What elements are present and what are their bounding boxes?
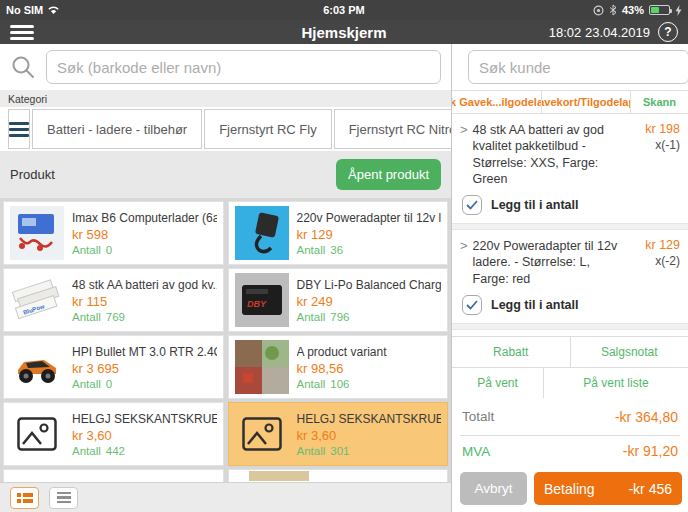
product-card[interactable]: DBY DBY Li-Po Balanced Charge... kr 249 …	[228, 268, 449, 332]
search-icon	[10, 54, 36, 80]
product-stock: 796	[330, 311, 349, 323]
pa-vent-button[interactable]: På vent	[452, 368, 544, 398]
orientation-lock-icon	[593, 5, 604, 16]
category-button[interactable]: Batteri - ladere - tilbehør	[32, 109, 202, 149]
grid-view-button[interactable]	[10, 487, 39, 509]
product-grid: Imax B6 Computerlader (6a... kr 598 Anta…	[0, 198, 451, 482]
payment-button[interactable]: Betaling -kr 456	[534, 472, 682, 505]
tab-skann[interactable]: Skann	[630, 91, 688, 113]
cart-item[interactable]: > 48 stk AA batteri av god kvalitet pakk…	[452, 114, 688, 223]
product-card-selected[interactable]: HELGJ SEKSKANTSKRUEA... kr 3,60 Antall30…	[228, 402, 449, 466]
svg-text:DBY: DBY	[247, 299, 267, 309]
help-icon[interactable]: ?	[658, 22, 678, 42]
product-image	[235, 340, 289, 394]
add-to-quantity-checkbox[interactable]: Legg til i antall	[462, 295, 680, 315]
product-panel: Kategori Batteri - ladere - tilbehør Fje…	[0, 44, 452, 512]
app-screen: No SIM 6:03 PM 43% Hjemskjerm	[0, 0, 688, 512]
product-stock: 0	[106, 378, 112, 390]
product-name: DBY Li-Po Balanced Charge...	[297, 278, 442, 292]
category-menu-icon[interactable]	[8, 109, 30, 149]
product-price: kr 3,60	[72, 428, 217, 443]
pa-vent-liste-button[interactable]: På vent liste	[544, 368, 688, 398]
produkt-section-label: Produkt	[10, 167, 55, 182]
product-card[interactable]: Imax B6 Computerlader (6a... kr 598 Anta…	[3, 201, 224, 265]
bluetooth-icon	[609, 4, 617, 16]
divider	[452, 323, 688, 330]
product-image	[235, 206, 289, 260]
product-card[interactable]: 220v Poweradapter til 12v l... kr 129 An…	[228, 201, 449, 265]
product-name: HELGJ SEKSKANTSKRUEA...	[72, 412, 217, 426]
product-price: kr 129	[297, 227, 442, 242]
product-image	[10, 340, 64, 394]
product-stock: 301	[330, 445, 349, 457]
cancel-button[interactable]: Avbryt	[460, 472, 527, 505]
product-image: BluPow	[10, 273, 64, 327]
chevron-right-icon[interactable]: >	[460, 238, 468, 287]
battery-icon	[649, 5, 670, 15]
product-image: DBY	[235, 273, 289, 327]
product-name: 48 stk AA batteri av god kv...	[72, 278, 217, 292]
payment-label: Betaling	[544, 481, 595, 497]
total-value: -kr 364,80	[615, 409, 678, 425]
product-price: kr 249	[297, 294, 442, 309]
cart-item-price: kr 129	[628, 238, 680, 252]
product-stock: 769	[106, 311, 125, 323]
chevron-right-icon[interactable]: >	[460, 122, 468, 187]
grid-view-icon	[17, 493, 33, 497]
tab-gavekort-tilgodelapp[interactable]: Gavekort/Tilgodelapp	[541, 91, 631, 113]
divider	[452, 223, 688, 230]
product-price: kr 98,56	[297, 361, 442, 376]
voucher-tabs: Søk Gavek...ilgodelapp Gavekort/Tilgodel…	[452, 90, 688, 114]
cart-item[interactable]: > 220v Poweradapter til 12v ladere. - St…	[452, 230, 688, 323]
product-card[interactable]	[228, 469, 449, 482]
cart-item-qty: x(-2)	[628, 254, 680, 268]
wifi-icon	[47, 5, 60, 15]
product-search-input[interactable]	[46, 50, 441, 84]
battery-percent: 43%	[622, 4, 644, 16]
cart-item-price: kr 198	[628, 122, 680, 136]
tab-sok-gavekort[interactable]: Søk Gavek...ilgodelapp	[452, 91, 541, 113]
status-bar: No SIM 6:03 PM 43%	[0, 0, 688, 20]
product-price: kr 3 695	[72, 361, 217, 376]
cart-panel: + Søk Gavek...ilgodelapp Gavekort/Tilgod…	[452, 44, 688, 512]
product-name: A product variant	[297, 345, 442, 359]
checkbox-label: Legg til i antall	[491, 298, 579, 312]
checkbox-checked-icon[interactable]	[462, 195, 482, 215]
mva-label: MVA	[462, 444, 490, 459]
product-price: kr 3,60	[297, 428, 442, 443]
category-button[interactable]: Fjernstyrt RC Fly	[204, 109, 332, 149]
list-view-icon	[57, 492, 71, 495]
salgsnotat-button[interactable]: Salgsnotat	[571, 337, 688, 367]
cart-item-qty: x(-1)	[628, 138, 680, 152]
checkbox-label: Legg til i antall	[491, 198, 579, 212]
clock: 6:03 PM	[226, 4, 462, 16]
add-to-quantity-checkbox[interactable]: Legg til i antall	[462, 195, 680, 215]
list-view-button[interactable]	[49, 487, 78, 509]
product-card[interactable]: HPI Bullet MT 3.0 RTR 2.4G... kr 3 695 A…	[3, 335, 224, 399]
product-card[interactable]: A product variant kr 98,56 Antall106	[228, 335, 449, 399]
product-name: HELGJ SEKSKANTSKRUEA...	[297, 412, 442, 426]
product-name: 220v Poweradapter til 12v l...	[297, 211, 442, 225]
category-tabs: Batteri - ladere - tilbehør Fjernstyrt R…	[0, 107, 451, 151]
view-toolbar	[0, 482, 451, 512]
product-name: HPI Bullet MT 3.0 RTR 2.4G...	[72, 345, 217, 359]
menu-icon[interactable]	[10, 25, 34, 40]
rabatt-button[interactable]: Rabatt	[452, 337, 571, 367]
category-button[interactable]: Fjernstyrt RC Nitrobiler	[334, 109, 451, 149]
kategori-section-label: Kategori	[0, 90, 451, 107]
carrier-label: No SIM	[6, 4, 43, 16]
product-card[interactable]	[3, 469, 224, 482]
cart-item-name: 220v Poweradapter til 12v ladere. - Stør…	[473, 238, 623, 287]
total-label: Totalt	[462, 409, 494, 424]
open-product-button[interactable]: Åpent produkt	[336, 159, 441, 190]
list-view-icon	[57, 501, 71, 504]
product-price: kr 598	[72, 227, 217, 242]
product-image	[10, 206, 64, 260]
checkbox-checked-icon[interactable]	[462, 295, 482, 315]
charging-bolt-icon	[675, 5, 682, 16]
grid-view-icon	[17, 499, 33, 503]
product-card[interactable]: HELGJ SEKSKANTSKRUEA... kr 3,60 Antall44…	[3, 402, 224, 466]
product-price: kr 115	[72, 294, 217, 309]
product-card[interactable]: BluPow 48 stk AA batteri av god kv... kr…	[3, 268, 224, 332]
customer-search-input[interactable]	[468, 50, 688, 84]
